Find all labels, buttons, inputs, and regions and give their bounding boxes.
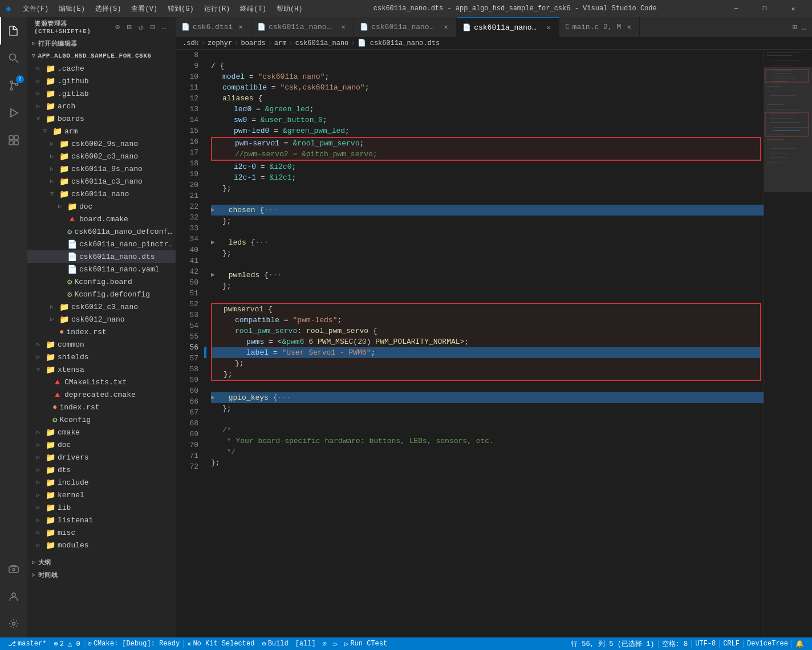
tree-item-csk6002-9s[interactable]: ▷ 📁 csk6002_9s_nano [27,137,176,150]
notifications-status[interactable]: 🔔 [792,637,807,650]
tree-item-csk6011a-9s[interactable]: ▷ 📁 csk6011a_9s_nano [27,162,176,175]
search-activity-icon[interactable] [0,44,27,72]
tab-main-c-close[interactable]: ✕ [624,23,634,32]
more-actions-button[interactable]: … [160,21,169,33]
tree-item-defconfig[interactable]: ▷ ⚙ csk6011a_nano_defconfig [27,225,176,238]
breadcrumb-arm[interactable]: arm [274,39,287,47]
settings-activity-icon[interactable] [0,610,27,637]
tree-item-board-cmake[interactable]: ▷ 🔺 board.cmake [27,213,176,225]
close-button[interactable]: ✕ [780,0,806,17]
breadcrumb-zephyr[interactable]: zephyr [208,39,232,47]
tree-item-common[interactable]: ▷ 📁 common [27,338,176,351]
tab-active-dts[interactable]: 📄 csk6011a_nano.dts ✕ [457,17,559,37]
menu-select[interactable]: 选择(S) [91,3,126,15]
breadcrumb-csk6011a-nano[interactable]: csk6011a_nano [295,39,349,47]
account-activity-icon[interactable] [0,583,27,610]
tree-item-misc[interactable]: ▷ 📁 misc [27,526,176,539]
tree-item-csk6011a-c3[interactable]: ▷ 📁 csk6011a_c3_nano [27,175,176,188]
split-editor-button[interactable]: ⊞ [790,21,799,33]
tree-item-drivers[interactable]: ▷ 📁 drivers [27,451,176,464]
menu-file[interactable]: 文件(F) [18,3,54,15]
open-editors-section[interactable]: ▷ 打开的编辑器 [27,37,176,50]
new-file-button[interactable]: ⊕ [113,21,122,33]
indent-status[interactable]: 空格: 8 [659,637,692,650]
tab-active-dts-close[interactable]: ✕ [544,23,553,32]
maximize-button[interactable]: □ [752,0,778,17]
tab-pinctrl-close[interactable]: ✕ [441,23,450,32]
timeline-section[interactable]: ▷ 时间线 [27,568,176,581]
tree-item-include[interactable]: ▷ 📁 include [27,476,176,489]
tree-item-github[interactable]: ▷ 📁 .github [27,75,176,87]
tree-item-kconfig-board[interactable]: ▷ ⚙ Kconfig.board [27,275,176,288]
tab-overlay-close[interactable]: ✕ [339,23,348,32]
tab-main-c[interactable]: C main.c 2, M ✕ [559,17,640,37]
explorer-activity-icon[interactable] [0,17,27,44]
run-ctest-status[interactable]: ▷ Run CTest [341,637,391,650]
tree-item-xtensa[interactable]: ▽ 📁 xtensa [27,363,176,376]
menu-edit[interactable]: 编辑(E) [54,3,90,15]
tree-item-doc2[interactable]: ▷ 📁 doc [27,438,176,451]
cursor-position-status[interactable]: 行 56, 列 5 (已选择 1) [567,637,657,650]
menu-terminal[interactable]: 终端(T) [236,3,271,15]
language-mode-status[interactable]: DeviceTree [744,637,791,650]
problems-status[interactable]: ⊗ 2 △ 0 [50,637,83,650]
tree-item-doc[interactable]: ▷ 📁 doc [27,200,176,213]
run-debug-activity-icon[interactable] [0,99,27,127]
more-tab-actions-button[interactable]: … [799,22,809,33]
tree-item-gitlab[interactable]: ▷ 📁 .gitlab [27,87,176,100]
code-editor[interactable]: 8 9 10 11 12 13 14 15 16 17 18 19 20 21 … [176,50,812,637]
tree-item-csk6011a-nano[interactable]: ▽ 📁 csk6011a_nano [27,188,176,200]
tree-item-csk6012-c3[interactable]: ▷ 📁 csk6012_c3_nano [27,300,176,313]
tree-item-lib[interactable]: ▷ 📁 lib [27,501,176,514]
menu-help[interactable]: 帮助(H) [272,3,307,15]
source-control-activity-icon[interactable]: 2 [0,72,27,99]
menu-goto[interactable]: 转到(G) [163,3,198,15]
kit-selector-status[interactable]: ✕ No Kit Selected [184,637,258,650]
minimize-button[interactable]: ─ [723,0,749,17]
breadcrumb-boards[interactable]: boards [241,39,265,47]
menu-view[interactable]: 查看(V) [127,3,162,15]
new-folder-button[interactable]: ⊞ [124,21,133,33]
tree-item-pinctrl[interactable]: ▷ 📄 csk6011a_nano_pinctrl.dtsi [27,238,176,250]
refresh-button[interactable]: ↺ [136,21,145,33]
tree-item-arm[interactable]: ▽ 📁 arm [27,125,176,137]
tab-csk6-dtsi-close[interactable]: ✕ [236,23,245,32]
tree-item-kconfig-defconfig[interactable]: ▷ ⚙ Kconfig.defconfig [27,288,176,300]
tree-item-kernel[interactable]: ▷ 📁 kernel [27,489,176,501]
tree-item-cmake[interactable]: ▷ 📁 cmake [27,426,176,438]
line-ending-status[interactable]: CRLF [720,637,743,650]
tab-overlay[interactable]: 📄 csk6011a_nano.overlay ✕ [251,17,354,37]
tree-item-dts[interactable]: ▷ 📁 dts [27,464,176,476]
tree-item-csk6012-nano[interactable]: ▷ 📁 csk6012_nano [27,313,176,326]
tree-item-csk6002-c3[interactable]: ▷ 📁 csk6002_c3_nano [27,150,176,162]
tree-item-deprecated-cmake[interactable]: ▷ 🔺 deprecated.cmake [27,388,176,401]
tree-item-arch[interactable]: ▷ 📁 arch [27,100,176,112]
remote-activity-icon[interactable] [0,555,27,583]
tree-item-cmakelists[interactable]: ▷ 🔺 CMakeLists.txt [27,376,176,388]
breadcrumb-file[interactable]: 📄 csk6011a_nano.dts [358,39,440,47]
tree-item-index-rst[interactable]: ▷ ● index.rst [27,326,176,338]
breadcrumb-sdk[interactable]: .sdk [182,39,199,47]
tree-item-kconfig[interactable]: ▷ ⚙ Kconfig [27,413,176,426]
git-branch-status[interactable]: ⎇ master* [5,637,50,650]
tree-item-listenai[interactable]: ▷ 📁 listenai [27,514,176,526]
tree-item-shields[interactable]: ▷ 📁 shields [27,351,176,363]
tab-pinctrl[interactable]: 📄 csk6011a_nano_pinctrl.dtsi ✕ [354,17,457,37]
extensions-activity-icon[interactable] [0,127,27,154]
build-status[interactable]: ⊙ Build [258,637,291,650]
encoding-status[interactable]: UTF-8 [692,637,719,650]
build-target-status[interactable]: [all] [292,637,319,650]
tree-item-xtensa-rst[interactable]: ▷ ● index.rst [27,401,176,413]
tree-item-modules[interactable]: ▷ 📁 modules [27,539,176,551]
run-status[interactable]: ⊙ [319,637,330,650]
tree-item-yaml[interactable]: ▷ 📄 csk6011a_nano.yaml [27,263,176,275]
cmake-status[interactable]: ⊙ CMake: [Debug]: Ready [84,637,183,650]
tree-item-cache[interactable]: ▷ 📁 .cache [27,62,176,75]
debug-status[interactable]: ▷ [330,637,341,650]
tree-item-boards[interactable]: ▽ 📁 boards [27,112,176,125]
collapse-all-button[interactable]: ⊟ [148,21,157,33]
menu-run[interactable]: 运行(R) [200,3,235,15]
tab-csk6-dtsi[interactable]: 📄 csk6.dtsi ✕ [176,17,251,37]
tree-item-active-dts[interactable]: ▷ 📄 csk6011a_nano.dts [27,250,176,263]
outline-section[interactable]: ▷ 大纲 [27,556,176,568]
